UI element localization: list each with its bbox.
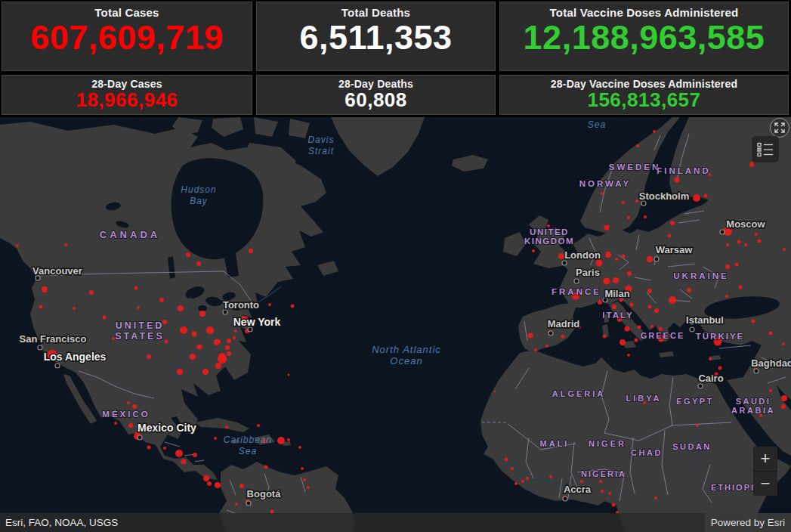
case-marker[interactable] [178, 305, 184, 311]
case-marker[interactable] [303, 478, 306, 481]
case-marker[interactable] [752, 320, 755, 323]
case-marker[interactable] [534, 348, 537, 351]
case-marker[interactable] [147, 354, 151, 359]
case-marker[interactable] [601, 490, 604, 493]
case-marker[interactable] [638, 326, 641, 329]
case-marker[interactable] [234, 329, 237, 332]
case-marker[interactable] [647, 256, 653, 262]
case-marker[interactable] [239, 484, 244, 488]
case-marker[interactable] [635, 200, 638, 203]
case-marker[interactable] [532, 249, 535, 252]
case-marker[interactable] [726, 243, 729, 246]
case-marker[interactable] [650, 325, 654, 328]
case-marker[interactable] [693, 194, 700, 202]
case-marker[interactable] [654, 496, 657, 500]
case-marker[interactable] [744, 243, 747, 246]
case-marker[interactable] [620, 339, 626, 345]
case-marker[interactable] [287, 438, 290, 441]
case-marker[interactable] [635, 339, 638, 342]
case-marker[interactable] [163, 447, 166, 450]
case-marker[interactable] [599, 480, 602, 483]
case-marker[interactable] [165, 340, 168, 344]
case-marker[interactable] [604, 278, 610, 285]
case-marker[interactable] [307, 486, 310, 489]
case-marker[interactable] [197, 345, 202, 350]
case-marker[interactable] [558, 253, 564, 259]
case-marker[interactable] [755, 233, 758, 236]
case-marker[interactable] [257, 424, 260, 427]
case-marker[interactable] [215, 363, 221, 369]
case-marker[interactable] [225, 345, 230, 350]
case-marker[interactable] [199, 311, 205, 317]
case-marker[interactable] [549, 475, 552, 478]
case-marker[interactable] [648, 305, 652, 309]
world-map[interactable]: DavisStraitHudsonBaySeaNorth AtlanticOce… [0, 117, 791, 532]
case-marker[interactable] [781, 404, 786, 409]
case-marker[interactable] [180, 326, 187, 334]
case-marker[interactable] [214, 437, 217, 440]
case-marker[interactable] [758, 240, 762, 243]
case-marker[interactable] [781, 395, 787, 401]
case-marker[interactable] [227, 339, 231, 343]
case-marker[interactable] [603, 335, 607, 339]
case-marker[interactable] [103, 316, 107, 320]
case-marker[interactable] [214, 339, 220, 345]
case-marker[interactable] [622, 201, 625, 204]
case-marker[interactable] [630, 303, 634, 307]
case-marker[interactable] [233, 336, 236, 339]
case-marker[interactable] [190, 354, 196, 360]
case-marker[interactable] [159, 298, 164, 302]
case-marker[interactable] [521, 480, 524, 483]
case-marker[interactable] [268, 303, 271, 306]
case-marker[interactable] [186, 252, 190, 257]
case-marker[interactable] [225, 425, 228, 428]
case-marker[interactable] [782, 342, 785, 345]
case-marker[interactable] [670, 221, 675, 225]
case-marker[interactable] [627, 271, 632, 276]
case-marker[interactable] [264, 466, 268, 469]
case-marker[interactable] [227, 351, 231, 356]
case-marker[interactable] [627, 216, 630, 219]
case-marker[interactable] [669, 296, 676, 304]
case-marker[interactable] [137, 306, 140, 309]
case-marker[interactable] [134, 286, 138, 290]
case-marker[interactable] [505, 458, 508, 462]
zoom-in-button[interactable]: + [753, 447, 777, 472]
case-marker[interactable] [298, 446, 301, 449]
case-marker[interactable] [192, 332, 197, 337]
case-marker[interactable] [215, 482, 221, 488]
case-marker[interactable] [636, 144, 639, 147]
case-marker[interactable] [668, 234, 672, 238]
case-marker[interactable] [207, 481, 212, 486]
map-container[interactable]: DavisStraitHudsonBaySeaNorth AtlanticOce… [0, 117, 791, 532]
case-marker[interactable] [288, 374, 290, 376]
case-marker[interactable] [64, 243, 67, 246]
case-marker[interactable] [769, 389, 772, 392]
case-marker[interactable] [696, 424, 699, 427]
case-marker[interactable] [659, 327, 663, 331]
case-marker[interactable] [739, 286, 743, 289]
case-marker[interactable] [277, 437, 285, 444]
case-marker[interactable] [627, 354, 630, 357]
case-marker[interactable] [709, 357, 712, 360]
case-marker[interactable] [89, 290, 94, 295]
case-marker[interactable] [605, 252, 611, 258]
case-marker[interactable] [209, 329, 214, 333]
powered-by-esri[interactable]: Powered by Esri [705, 513, 791, 532]
case-marker[interactable] [675, 178, 680, 183]
case-marker[interactable] [735, 263, 739, 267]
case-marker[interactable] [718, 367, 722, 370]
case-marker[interactable] [601, 192, 604, 195]
case-marker[interactable] [526, 477, 529, 480]
case-marker[interactable] [580, 480, 583, 483]
case-marker[interactable] [193, 453, 197, 457]
case-marker[interactable] [114, 422, 117, 425]
case-marker[interactable] [737, 240, 741, 244]
case-marker[interactable] [615, 258, 618, 261]
case-marker[interactable] [132, 404, 137, 409]
case-marker[interactable] [494, 391, 496, 393]
case-marker[interactable] [218, 354, 227, 363]
case-marker[interactable] [647, 289, 652, 293]
case-marker[interactable] [750, 162, 753, 165]
case-marker[interactable] [301, 467, 304, 470]
